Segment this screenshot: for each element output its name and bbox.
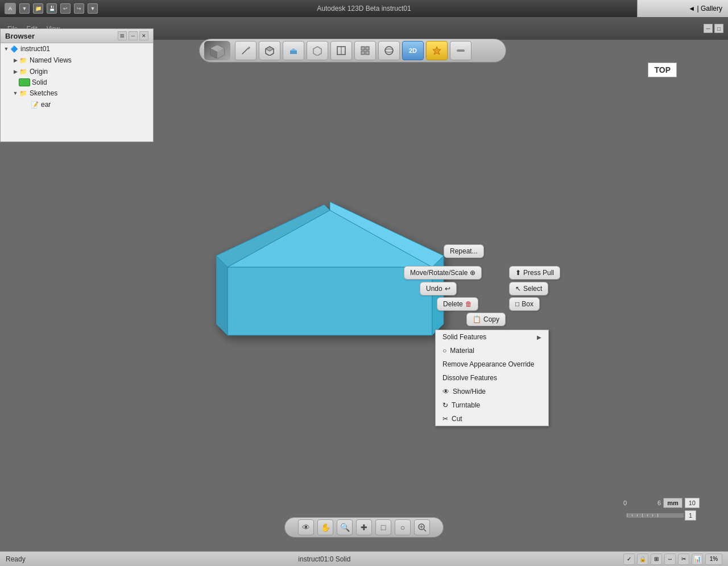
viewport-label: TOP	[648, 63, 677, 77]
move-rotate-scale-button[interactable]: Move/Rotate/Scale ⊕	[404, 266, 482, 280]
status-link-icon[interactable]: ↔	[664, 553, 676, 565]
pan-btn[interactable]: ✋	[317, 519, 333, 535]
remove-appearance-label: Remove Appearance Override	[442, 360, 534, 368]
browser-header: Browser ⊞ ─ ✕	[1, 29, 153, 43]
menu-item-dissolve-features[interactable]: Dissolve Features	[436, 371, 548, 385]
status-info: instruct01:0 Solid	[298, 555, 350, 563]
box-label: Box	[522, 300, 533, 308]
panel-minimize[interactable]: ─	[704, 24, 713, 33]
copy-button[interactable]: 📋 Copy	[466, 313, 506, 326]
press-pull-button[interactable]: ⬆ Press Pull	[509, 266, 560, 280]
ruler-value-10: 10	[685, 498, 700, 508]
title-bar: A ▼ 📁 💾 ↩ ↪ ▼ Autodesk 123D Beta instruc…	[0, 0, 728, 17]
menu-item-remove-appearance[interactable]: Remove Appearance Override	[436, 357, 548, 371]
zoom-fit-btn[interactable]	[414, 519, 430, 535]
status-check-icon[interactable]: ✓	[623, 553, 635, 565]
pencil-tool[interactable]	[235, 41, 257, 60]
material-icon: ○	[442, 347, 446, 355]
tree-arrow-solid: ▶	[12, 79, 19, 86]
origin-icon: 📁	[19, 67, 28, 76]
browser-title: Browser	[5, 32, 35, 40]
svg-rect-14	[361, 51, 365, 55]
circle-select-btn[interactable]: ○	[395, 519, 411, 535]
status-percent-icon[interactable]: 1%	[705, 553, 722, 565]
status-lock-icon[interactable]: 🔒	[637, 553, 648, 565]
ruler-val-0: 0	[623, 500, 627, 506]
browser-controls: ⊞ ─ ✕	[118, 31, 148, 40]
undo-btn[interactable]: ↩	[60, 3, 71, 14]
status-ready: Ready	[6, 555, 26, 563]
more-btn[interactable]: ▼	[88, 3, 98, 14]
status-right: ✓ 🔒 ⊞ ↔ ✂ 📊 1%	[623, 553, 722, 565]
status-grid-icon[interactable]: ⊞	[651, 553, 662, 565]
view-cube[interactable]	[204, 41, 230, 60]
tree-item-sketches[interactable]: ▼ 📁 Sketches	[1, 88, 153, 99]
box-button[interactable]: □ Box	[509, 297, 540, 311]
menu-item-cut[interactable]: ✂ Cut	[436, 412, 548, 426]
delete-label: Delete	[443, 300, 463, 308]
show-hide-icon: 👁	[442, 388, 449, 396]
menu-item-solid-features[interactable]: Solid Features ▶	[436, 330, 548, 344]
ruler-mm-box: mm	[663, 498, 682, 508]
open-btn[interactable]: 📁	[33, 3, 43, 14]
browser-min-btn[interactable]: ─	[129, 31, 138, 40]
extra-tool[interactable]	[450, 41, 471, 60]
tree-item-instruct01[interactable]: ▼ 🔷 instruct01	[1, 43, 153, 55]
repeat-button[interactable]: Repeat...	[444, 244, 484, 258]
redo-btn[interactable]: ↪	[74, 3, 84, 14]
ruler-val-6: 6	[657, 500, 661, 506]
svg-line-27	[424, 529, 426, 531]
2d-tool[interactable]: 2D	[402, 41, 424, 60]
menu-item-material[interactable]: ○ Material	[436, 344, 548, 357]
browser-close-btn[interactable]: ✕	[139, 31, 148, 40]
view-tool1[interactable]	[330, 41, 352, 60]
select-box-btn[interactable]: □	[375, 519, 391, 535]
turntable-icon: ↻	[442, 401, 448, 409]
menu-item-show-hide[interactable]: 👁 Show/Hide	[436, 385, 548, 398]
origin-label: Origin	[30, 68, 48, 76]
status-chart-icon[interactable]: 📊	[692, 553, 703, 565]
move-icon: ⊕	[470, 269, 475, 277]
solid-label: Solid	[32, 78, 47, 86]
sphere-tool[interactable]	[378, 41, 400, 60]
repeat-label: Repeat...	[450, 247, 478, 255]
gallery-bar[interactable]: ◄ | Gallery	[637, 0, 728, 17]
delete-button[interactable]: Delete 🗑	[437, 297, 478, 311]
menu-item-turntable[interactable]: ↻ Turntable	[436, 398, 548, 412]
crosshair-btn[interactable]: ✚	[356, 519, 372, 535]
select-button[interactable]: ↖ Select	[509, 282, 548, 296]
solid-features-label: Solid Features	[442, 333, 486, 341]
ruler-value-1: 1	[685, 510, 696, 521]
browser-grid-btn[interactable]: ⊞	[118, 31, 127, 40]
extrude-tool[interactable]	[283, 41, 304, 60]
cut-label: Cut	[452, 415, 462, 423]
sketch-tool[interactable]	[307, 41, 328, 60]
status-bar: Ready instruct01:0 Solid ✓ 🔒 ⊞ ↔ ✂ 📊 1%	[0, 551, 728, 566]
box-icon: □	[515, 300, 519, 308]
menu-arrow[interactable]: ▼	[19, 3, 30, 14]
svg-rect-12	[361, 47, 365, 50]
copy-icon: 📋	[473, 315, 481, 323]
tree-item-origin[interactable]: ▶ 📁 Origin	[1, 66, 153, 77]
title-bar-left: A ▼ 📁 💾 ↩ ↪ ▼	[5, 3, 98, 14]
ear-label: ear	[41, 101, 51, 109]
view-btn[interactable]: 👁	[298, 519, 314, 535]
box-view-tool[interactable]	[259, 41, 280, 60]
svg-rect-13	[366, 47, 369, 50]
status-cut-icon[interactable]: ✂	[678, 553, 689, 565]
copy-label: Copy	[483, 315, 499, 323]
gallery-label: ◄ | Gallery	[688, 5, 722, 13]
svg-marker-9	[313, 47, 321, 56]
tree-item-named-views[interactable]: ▶ 📁 Named Views	[1, 55, 153, 66]
panel-maximize[interactable]: □	[714, 24, 723, 33]
save-btn[interactable]: 💾	[47, 3, 57, 14]
svg-marker-8	[290, 48, 297, 51]
move-label: Move/Rotate/Scale	[410, 269, 468, 277]
zoom-btn[interactable]: 🔍	[337, 519, 353, 535]
app-title: Autodesk 123D Beta instruct01	[317, 5, 411, 13]
undo-button[interactable]: Undo ↩	[420, 282, 457, 296]
view-tool2[interactable]	[354, 41, 376, 60]
tree-item-ear[interactable]: ▶ 📝 ear	[1, 99, 153, 110]
special-tool[interactable]	[426, 41, 448, 60]
tree-item-solid[interactable]: ▶ Solid	[1, 77, 153, 88]
